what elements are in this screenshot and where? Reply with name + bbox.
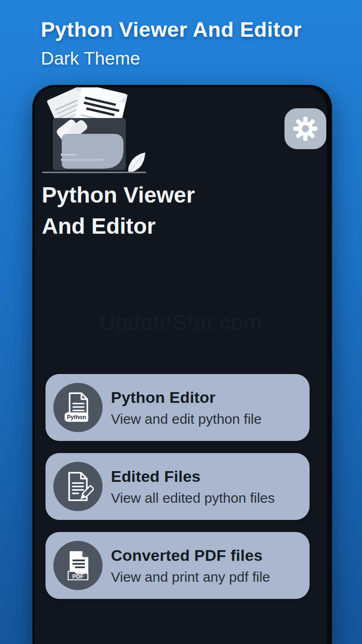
app-title-line2: And Editor — [42, 210, 302, 242]
app-logo-folder-icon — [39, 87, 150, 177]
card-subtitle: View all edited python files — [111, 490, 275, 506]
app-screen: Python Viewer And Editor UpdateStar.com — [35, 87, 327, 644]
banner-subtitle: Dark Theme — [41, 48, 302, 69]
card-title: Python Editor — [111, 388, 262, 407]
pdf-badge-label: PDF — [72, 573, 84, 580]
edit-file-icon — [62, 470, 94, 503]
python-editor-text: Python Editor View and edit python file — [111, 388, 262, 427]
banner-title: Python Viewer And Editor — [41, 18, 302, 42]
card-title: Converted PDF files — [111, 546, 270, 565]
phone-mockup: Python Viewer And Editor UpdateStar.com — [32, 85, 332, 644]
app-title-line1: Python Viewer — [42, 179, 302, 210]
python-editor-card[interactable]: Python Python Editor View and edit pytho… — [45, 374, 310, 441]
menu-card-list: Python Python Editor View and edit pytho… — [45, 374, 310, 599]
card-subtitle: View and edit python file — [111, 411, 262, 427]
converted-pdf-icon-circle: PDF — [53, 541, 103, 590]
pdf-file-icon: PDF — [62, 549, 94, 582]
gear-icon — [293, 116, 318, 141]
settings-button[interactable] — [284, 108, 326, 149]
edited-files-icon-circle — [53, 462, 103, 511]
card-title: Edited Files — [111, 467, 275, 486]
card-subtitle: View and print any pdf file — [111, 569, 270, 585]
edited-files-card[interactable]: Edited Files View all edited python file… — [45, 453, 310, 520]
banner-header: Python Viewer And Editor Dark Theme — [41, 18, 302, 69]
converted-pdf-card[interactable]: PDF Converted PDF files View and print a… — [45, 532, 310, 599]
edited-files-text: Edited Files View all edited python file… — [111, 467, 275, 506]
python-editor-icon-circle: Python — [53, 383, 103, 432]
python-file-icon: Python — [62, 391, 94, 424]
converted-pdf-text: Converted PDF files View and print any p… — [111, 546, 270, 585]
watermark: UpdateStar.com — [35, 309, 327, 335]
app-title: Python Viewer And Editor — [42, 179, 302, 242]
python-badge-label: Python — [67, 414, 86, 421]
